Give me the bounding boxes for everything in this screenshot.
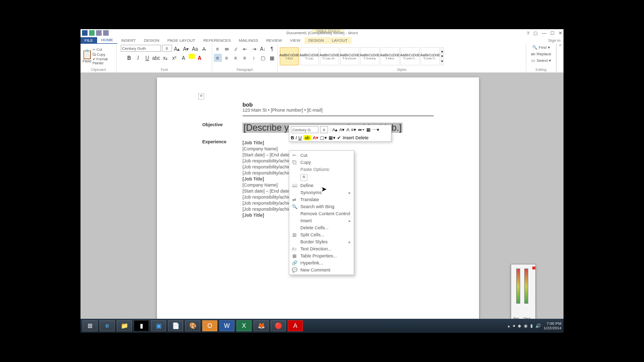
show-marks-icon[interactable]: ¶ — [268, 45, 276, 53]
underline-icon[interactable]: U — [143, 54, 151, 62]
minimize-icon[interactable]: — — [542, 31, 546, 36]
justify-icon[interactable]: ≡ — [241, 54, 249, 62]
style-letter-d[interactable]: AaBbCcDdE¶ Letter D... — [400, 47, 420, 65]
align-left-icon[interactable]: ≡ — [214, 54, 222, 62]
font-color-icon[interactable]: A — [196, 54, 204, 62]
change-case-icon[interactable]: Aa — [191, 45, 199, 53]
style-copy[interactable]: AaBbCcDdE¶ Copy — [300, 47, 319, 65]
paste-icon[interactable]: 📋 — [83, 50, 91, 58]
ctx-border-styles[interactable]: Border Styles — [289, 238, 354, 245]
mini-more-icon[interactable]: ⋯▾ — [372, 127, 379, 132]
copy-button[interactable]: ⿻ Copy — [93, 53, 114, 56]
tab-home[interactable]: HOME — [97, 37, 117, 44]
highlight-icon[interactable] — [189, 54, 195, 59]
text-effects-icon[interactable]: A — [180, 54, 188, 62]
ctx-paste-option-keep-text[interactable]: A — [289, 173, 354, 182]
tab-file[interactable]: FILE — [80, 37, 97, 44]
ctx-text-direction[interactable]: A↕Text Direction... — [289, 245, 354, 252]
taskbar-firefox[interactable]: 🦊 — [254, 320, 269, 331]
mini-shading-icon[interactable]: ▢▾ — [320, 135, 327, 140]
multilevel-icon[interactable]: ⫽ — [232, 45, 240, 53]
ctx-table-properties[interactable]: ▦Table Properties... — [289, 252, 354, 259]
bold-icon[interactable]: B — [125, 54, 133, 62]
sign-in-link[interactable]: Sign in — [548, 38, 560, 43]
save-icon[interactable] — [89, 30, 95, 36]
align-right-icon[interactable]: ≡ — [232, 54, 240, 62]
resume-address[interactable]: 123 Main St • [Phone number] • [E-mail] — [243, 108, 434, 113]
indent-inc-icon[interactable]: ⇥ — [250, 45, 258, 53]
font-name-combo[interactable] — [121, 45, 161, 52]
ctx-copy[interactable]: ⿻Copy — [289, 159, 354, 166]
subscript-icon[interactable]: x₂ — [162, 54, 170, 62]
mini-table-icon[interactable]: ▦ — [366, 127, 371, 132]
taskbar-cmd[interactable]: ▮ — [134, 320, 149, 331]
ctx-insert[interactable]: Insert — [289, 217, 354, 224]
ctx-translate[interactable]: ⇄Translate — [289, 196, 354, 203]
styles-scroll-up-icon[interactable]: ▴ — [441, 49, 443, 53]
tray-up-icon[interactable]: ▴ — [508, 323, 510, 328]
style-italics[interactable]: AaBbCcDdE¶ Italics — [380, 47, 399, 65]
mini-numbering-icon[interactable]: ⩸▾ — [358, 127, 365, 132]
osd-close-icon[interactable] — [532, 266, 535, 269]
maximize-icon[interactable]: ☐ — [550, 31, 554, 36]
shading-icon[interactable]: ▢ — [259, 54, 267, 62]
style-letter-n[interactable]: AaBbCcDdE¶ Letter N... — [421, 47, 440, 65]
ctx-bing[interactable]: 🔍Search with Bing — [289, 203, 354, 210]
mini-format-painter-icon[interactable]: ✔ — [337, 135, 341, 140]
mini-borders-icon[interactable]: ▦▾ — [329, 135, 336, 140]
strike-icon[interactable]: abc — [152, 54, 160, 62]
table-anchor-icon[interactable]: ✥ — [198, 94, 204, 100]
indent-dec-icon[interactable]: ⇤ — [241, 45, 249, 53]
clear-format-icon[interactable]: A̶ — [200, 45, 208, 53]
taskbar-word[interactable]: W — [219, 320, 234, 331]
mini-shrink-font-icon[interactable]: A▾ — [339, 127, 345, 132]
tray-icon-1[interactable]: ● — [513, 323, 515, 328]
ctx-remove-content-control[interactable]: Remove Content Control — [289, 210, 354, 217]
taskbar-clock[interactable]: 7:00 PM1/22/2014 — [543, 321, 561, 330]
help-icon[interactable]: ? — [527, 31, 529, 36]
collapse-ribbon-icon[interactable]: ^ — [556, 44, 564, 72]
tray-icon-2[interactable]: ◆ — [518, 323, 521, 328]
format-painter-button[interactable]: ✔ Format Painter — [93, 57, 114, 65]
mini-highlight-icon[interactable]: ab — [303, 135, 311, 140]
replace-button[interactable]: ab Replace — [531, 51, 551, 57]
numbering-icon[interactable]: ⩸ — [223, 45, 231, 53]
taskbar-excel[interactable]: X — [236, 320, 252, 331]
taskbar-ie[interactable]: e — [100, 320, 115, 331]
grow-font-icon[interactable]: A▴ — [173, 45, 181, 53]
taskbar-acrobat[interactable]: A — [288, 320, 303, 331]
mini-italic-icon[interactable]: I — [296, 135, 297, 140]
taskbar-notepad[interactable]: 📄 — [168, 320, 183, 331]
ribbon-collapse-icon[interactable]: ▢ — [533, 31, 538, 36]
taskbar-paint[interactable]: 🎨 — [185, 320, 200, 331]
shrink-font-icon[interactable]: A▾ — [182, 45, 190, 53]
tab-page-layout[interactable]: PAGE LAYOUT — [164, 37, 199, 44]
select-button[interactable]: ▭ Select ▾ — [531, 58, 551, 63]
superscript-icon[interactable]: x² — [171, 54, 179, 62]
ctx-cut[interactable]: ✂Cut — [289, 152, 354, 159]
taskbar-chrome[interactable]: 🔴 — [271, 320, 286, 331]
tray-volume-icon[interactable]: 🔊 — [535, 323, 541, 328]
mini-bold-icon[interactable]: B — [291, 135, 294, 140]
tab-table-layout[interactable]: LAYOUT — [328, 37, 352, 44]
ctx-delete-cells[interactable]: Delete Cells... — [289, 224, 354, 231]
styles-more-icon[interactable]: ▾ — [441, 59, 443, 63]
ctx-hyperlink[interactable]: 🔗Hyperlink... — [289, 259, 354, 266]
taskbar-app1[interactable]: ▣ — [151, 320, 166, 331]
mini-insert-label[interactable]: Insert — [343, 135, 354, 140]
mini-delete-label[interactable]: Delete — [356, 135, 369, 140]
tab-references[interactable]: REFERENCES — [199, 37, 235, 44]
tab-table-design[interactable]: DESIGN — [304, 37, 328, 44]
line-spacing-icon[interactable]: ↕ — [250, 54, 258, 62]
bullets-icon[interactable]: ≡ — [214, 45, 222, 53]
borders-icon[interactable]: ▦ — [268, 54, 276, 62]
mini-font-name[interactable] — [291, 126, 318, 133]
resume-name[interactable]: bob — [243, 102, 434, 108]
align-center-icon[interactable]: ≡ — [223, 54, 231, 62]
tab-review[interactable]: REVIEW — [262, 37, 286, 44]
cut-button[interactable]: ✂ Cut — [93, 48, 114, 52]
styles-gallery[interactable]: AaBbCcDdE¶ Bold AaBbCcDdE¶ Copy AaBbCcDd… — [280, 45, 524, 68]
styles-scroll-down-icon[interactable]: ▾ — [441, 54, 443, 58]
tray-network-icon[interactable]: ▮ — [530, 323, 533, 328]
mini-bullets-icon[interactable]: ≡▾ — [351, 127, 356, 132]
